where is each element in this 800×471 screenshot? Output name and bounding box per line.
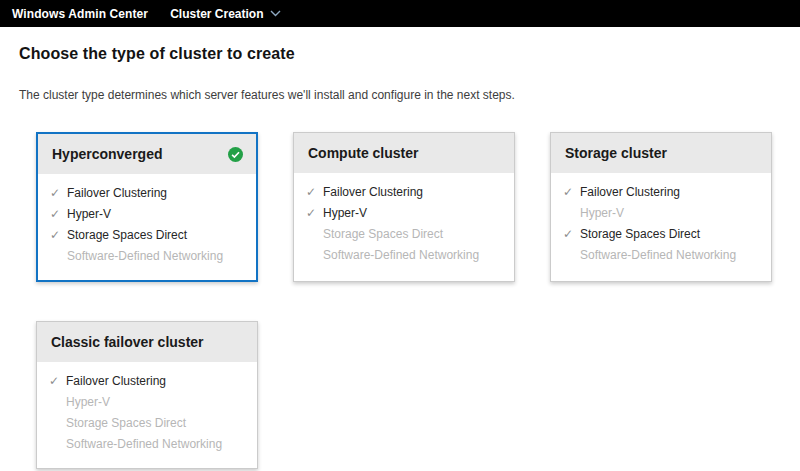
check-icon: ✓ (563, 224, 580, 245)
feature-row: Hyper-V (563, 203, 759, 224)
feature-row: ✓ Hyper-V (50, 204, 244, 225)
feature-row: Software-Defined Networking (563, 245, 759, 266)
feature-label: Software-Defined Networking (67, 246, 223, 267)
feature-label: Hyper-V (66, 392, 110, 413)
feature-label: Hyper-V (67, 204, 111, 225)
feature-row: ✓ Storage Spaces Direct (563, 224, 759, 245)
page-title: Choose the type of cluster to create (19, 45, 781, 63)
tool-switcher-dropdown[interactable]: Cluster Creation (170, 7, 281, 21)
feature-row: Hyper-V (49, 392, 245, 413)
feature-row: ✓ Failover Clustering (306, 182, 502, 203)
feature-label: Hyper-V (580, 203, 624, 224)
feature-label: Failover Clustering (323, 182, 423, 203)
feature-row: ✓ Failover Clustering (563, 182, 759, 203)
feature-row: Software-Defined Networking (306, 245, 502, 266)
check-icon: ✓ (306, 182, 323, 203)
cluster-type-card[interactable]: Compute cluster ✓ Failover Clustering ✓ … (293, 132, 515, 282)
feature-label: Storage Spaces Direct (580, 224, 700, 245)
feature-label: Failover Clustering (67, 183, 167, 204)
feature-row: Software-Defined Networking (50, 246, 244, 267)
cluster-card-title: Compute cluster (308, 145, 418, 161)
cluster-card-features: ✓ Failover Clustering ✓ Hyper-V ✓ Storag… (38, 174, 256, 280)
check-icon: ✓ (49, 371, 66, 392)
feature-label: Software-Defined Networking (66, 434, 222, 455)
cluster-card-header: Storage cluster (551, 133, 771, 173)
cluster-card-features: ✓ Failover Clustering ✓ Hyper-V Storage … (294, 173, 514, 279)
cluster-card-features: ✓ Failover Clustering Hyper-V ✓ Storage … (551, 173, 771, 279)
top-app-bar: Windows Admin Center Cluster Creation (0, 0, 800, 27)
feature-row: Software-Defined Networking (49, 434, 245, 455)
cluster-card-header: Classic failover cluster (37, 322, 257, 362)
feature-row: ✓ Storage Spaces Direct (50, 225, 244, 246)
chevron-down-icon (270, 10, 281, 17)
cluster-card-features: ✓ Failover Clustering Hyper-V Storage Sp… (37, 362, 257, 468)
cluster-card-title: Hyperconverged (52, 146, 162, 162)
selected-check-icon (228, 147, 243, 162)
tool-title: Cluster Creation (170, 7, 263, 21)
cluster-type-card[interactable]: Classic failover cluster ✓ Failover Clus… (36, 321, 258, 469)
feature-row: ✓ Hyper-V (306, 203, 502, 224)
page-content: Choose the type of cluster to create The… (0, 27, 800, 469)
app-title-link[interactable]: Windows Admin Center (12, 7, 148, 21)
page-subtitle: The cluster type determines which server… (19, 88, 781, 102)
check-icon: ✓ (50, 225, 67, 246)
feature-label: Failover Clustering (580, 182, 680, 203)
feature-label: Software-Defined Networking (580, 245, 736, 266)
feature-label: Software-Defined Networking (323, 245, 479, 266)
feature-label: Storage Spaces Direct (67, 225, 187, 246)
cluster-cards-grid: Hyperconverged ✓ Failover Clustering ✓ H… (36, 132, 781, 469)
cluster-type-card[interactable]: Hyperconverged ✓ Failover Clustering ✓ H… (36, 132, 258, 282)
feature-label: Storage Spaces Direct (66, 413, 186, 434)
feature-row: ✓ Failover Clustering (50, 183, 244, 204)
cluster-card-title: Classic failover cluster (51, 334, 204, 350)
feature-row: Storage Spaces Direct (49, 413, 245, 434)
feature-label: Failover Clustering (66, 371, 166, 392)
check-icon: ✓ (306, 203, 323, 224)
cluster-card-header: Compute cluster (294, 133, 514, 173)
feature-label: Storage Spaces Direct (323, 224, 443, 245)
check-icon: ✓ (50, 183, 67, 204)
cluster-card-header: Hyperconverged (38, 134, 256, 174)
check-icon: ✓ (563, 182, 580, 203)
feature-row: Storage Spaces Direct (306, 224, 502, 245)
check-icon: ✓ (50, 204, 67, 225)
cluster-card-title: Storage cluster (565, 145, 667, 161)
feature-label: Hyper-V (323, 203, 367, 224)
cluster-type-card[interactable]: Storage cluster ✓ Failover Clustering Hy… (550, 132, 772, 282)
feature-row: ✓ Failover Clustering (49, 371, 245, 392)
